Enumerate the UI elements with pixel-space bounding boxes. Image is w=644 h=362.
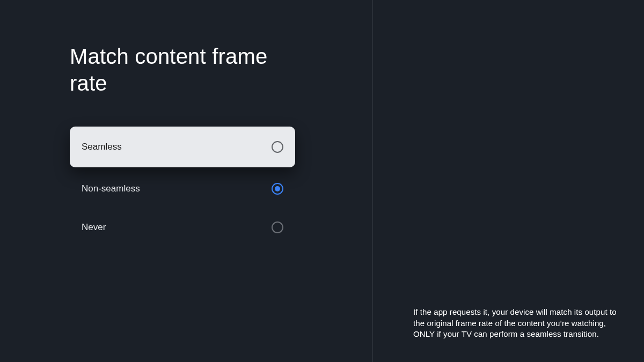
- option-description: If the app requests it, your device will…: [413, 307, 617, 339]
- radio-icon: [272, 141, 283, 153]
- option-label: Non-seamless: [82, 183, 140, 194]
- option-never[interactable]: Never: [70, 208, 295, 247]
- option-seamless[interactable]: Seamless: [70, 127, 295, 167]
- page-title: Match content frame rate: [70, 43, 295, 97]
- radio-icon: [272, 183, 283, 195]
- frame-rate-options-list: Seamless Non-seamless Never: [70, 127, 295, 247]
- option-label: Never: [82, 222, 106, 233]
- option-label: Seamless: [82, 142, 122, 152]
- radio-icon: [272, 221, 283, 233]
- settings-right-panel: If the app requests it, your device will…: [373, 0, 644, 362]
- settings-left-panel: Match content frame rate Seamless Non-se…: [0, 0, 373, 362]
- option-non-seamless[interactable]: Non-seamless: [70, 169, 295, 208]
